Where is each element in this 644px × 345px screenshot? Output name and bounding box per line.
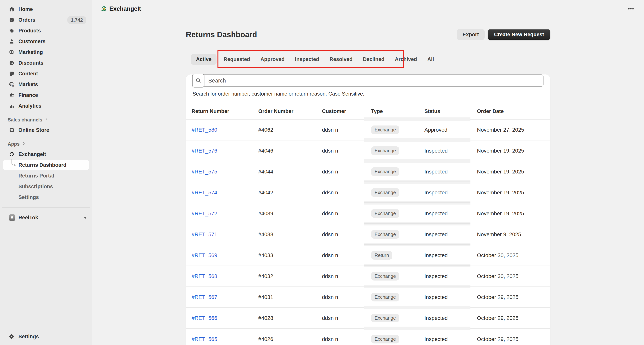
sidebar-item-online-store[interactable]: Online Store <box>3 125 89 135</box>
tab-declined[interactable]: Declined <box>363 54 384 65</box>
orders-icon <box>9 17 14 23</box>
exchangeit-subnav: Returns DashboardReturns PortalSubscript… <box>0 160 92 202</box>
tab-all[interactable]: All <box>427 54 434 65</box>
table-row[interactable]: #RET_574#4042ddsn nExchangeInspectedNove… <box>186 182 550 203</box>
return-number-link[interactable]: #RET_567 <box>192 294 217 300</box>
column-header-type: Type <box>371 108 424 114</box>
table-row[interactable]: #RET_571#4038ddsn nExchangeInspectedNove… <box>186 224 550 245</box>
home-icon <box>9 6 14 12</box>
sidebar-subitem-returns-portal[interactable]: Returns Portal <box>3 171 89 181</box>
sidebar-main-nav: HomeOrders1,742ProductsCustomersMarketin… <box>0 4 92 111</box>
type-badge: Exchange <box>371 272 399 280</box>
ellipsis-icon <box>627 5 634 13</box>
sidebar-subitem-subscriptions[interactable]: Subscriptions <box>3 182 89 191</box>
table-row[interactable]: #RET_576#4046ddsn nExchangeInspectedNove… <box>186 140 550 161</box>
return-number-link[interactable]: #RET_571 <box>192 231 217 237</box>
customer-cell: ddsn n <box>322 231 371 238</box>
sidebar-section-apps[interactable]: Apps <box>0 140 92 148</box>
customer-cell: ddsn n <box>322 169 371 175</box>
sidebar-item-discounts[interactable]: Discounts <box>3 58 89 68</box>
sidebar-divider <box>2 207 90 208</box>
return-number-link[interactable]: #RET_568 <box>192 273 217 279</box>
table-row[interactable]: #RET_566#4028ddsn nExchangeInspectedOcto… <box>186 308 550 329</box>
type-badge: Exchange <box>371 293 399 301</box>
tab-requested[interactable]: Requested <box>224 54 250 65</box>
table-row[interactable]: #RET_572#4039ddsn nExchangeInspectedNove… <box>186 203 550 224</box>
status-cell: Inspected <box>424 210 477 217</box>
topbar-app-title: ExchangeIt <box>109 5 141 12</box>
order-number-cell: #4062 <box>258 127 322 133</box>
sidebar-item-label: Content <box>18 71 38 77</box>
sidebar-item-label: Customers <box>18 39 46 45</box>
create-new-request-button[interactable]: Create New Request <box>488 29 550 40</box>
sidebar-item-settings[interactable]: Settings <box>3 331 89 341</box>
status-cell: Approved <box>424 127 477 133</box>
sidebar-item-label: Online Store <box>18 127 49 133</box>
sidebar-item-exchangeit[interactable]: ExchangeIt <box>3 149 89 159</box>
type-badge: Exchange <box>371 146 399 155</box>
sidebar-item-marketing[interactable]: Marketing <box>3 47 89 57</box>
sidebar-item-markets[interactable]: $Markets <box>3 80 89 89</box>
sidebar-subitem-returns-dashboard[interactable]: Returns Dashboard <box>3 160 89 170</box>
tab-resolved[interactable]: Resolved <box>330 54 352 65</box>
search-help-text: Search for order number, customer name o… <box>192 91 544 97</box>
table-row[interactable]: #RET_575#4044ddsn nExchangeInspectedNove… <box>186 161 550 182</box>
returns-table-card: Search for order number, customer name o… <box>186 75 550 345</box>
return-number-link[interactable]: #RET_574 <box>192 190 217 196</box>
search-input[interactable] <box>192 75 544 87</box>
type-badge: Return <box>371 251 392 260</box>
return-number-link[interactable]: #RET_575 <box>192 169 217 175</box>
store-icon <box>9 127 14 133</box>
sidebar-item-label: Finance <box>18 92 38 98</box>
type-badge: Exchange <box>371 314 399 322</box>
sidebar-item-label: Analytics <box>18 103 42 109</box>
order-date-cell: November 19, 2025 <box>477 210 550 217</box>
export-button[interactable]: Export <box>457 29 485 40</box>
order-date-cell: November 19, 2025 <box>477 190 550 196</box>
sidebar-section-sales-channels[interactable]: Sales channels <box>0 116 92 124</box>
table-row[interactable]: #RET_567#4031ddsn nExchangeInspectedOcto… <box>186 287 550 308</box>
reeltok-icon: R <box>9 214 15 221</box>
customer-cell: ddsn n <box>322 315 371 321</box>
sidebar-item-label: Orders <box>18 17 36 23</box>
sidebar-item-reeltok[interactable]: R ReelTok <box>3 213 89 223</box>
sidebar-item-products[interactable]: Products <box>3 26 89 36</box>
content-icon <box>9 71 14 77</box>
status-cell: Inspected <box>424 190 477 196</box>
table-row[interactable]: #RET_580#4062ddsn nExchangeApprovedNovem… <box>186 120 550 140</box>
sidebar-item-orders[interactable]: Orders1,742 <box>3 15 89 25</box>
exchangeit-logo <box>100 6 107 12</box>
column-header-status: Status <box>424 108 477 114</box>
sync-icon <box>9 151 14 157</box>
table-row[interactable]: #RET_569#4033ddsn nReturnInspectedOctobe… <box>186 245 550 266</box>
sidebar-subitem-settings[interactable]: Settings <box>3 192 89 202</box>
order-date-cell: October 30, 2025 <box>477 273 550 279</box>
sidebar-item-content[interactable]: Content <box>3 69 89 79</box>
return-number-link[interactable]: #RET_576 <box>192 148 217 154</box>
return-number-link[interactable]: #RET_565 <box>192 336 217 342</box>
marketing-icon <box>9 49 14 55</box>
return-number-link[interactable]: #RET_569 <box>192 252 217 258</box>
sidebar-item-analytics[interactable]: Analytics <box>3 101 89 111</box>
table-row[interactable]: #RET_565#4026ddsn nExchangeInspectedOcto… <box>186 329 550 345</box>
tab-inspected[interactable]: Inspected <box>295 54 319 65</box>
return-number-link[interactable]: #RET_572 <box>192 210 217 216</box>
order-number-cell: #4044 <box>258 169 322 175</box>
more-options-button[interactable] <box>626 4 636 14</box>
tab-approved[interactable]: Approved <box>260 54 284 65</box>
tab-active[interactable]: Active <box>191 54 216 65</box>
return-number-link[interactable]: #RET_580 <box>192 127 217 133</box>
sidebar-subitem-label: Subscriptions <box>18 184 53 190</box>
sidebar-item-customers[interactable]: Customers <box>3 37 89 47</box>
sidebar-item-home[interactable]: Home <box>3 4 89 14</box>
page-title: Returns Dashboard <box>186 30 257 39</box>
page-content: Returns Dashboard Export Create New Requ… <box>92 18 644 345</box>
markets-icon: $ <box>9 82 14 87</box>
type-badge: Exchange <box>371 167 399 176</box>
sidebar-item-label: Discounts <box>18 60 44 66</box>
tab-archived[interactable]: Archived <box>395 54 417 65</box>
status-cell: Inspected <box>424 252 477 258</box>
return-number-link[interactable]: #RET_566 <box>192 315 217 321</box>
table-row[interactable]: #RET_568#4032ddsn nExchangeInspectedOcto… <box>186 266 550 287</box>
sidebar-item-finance[interactable]: Finance <box>3 90 89 100</box>
